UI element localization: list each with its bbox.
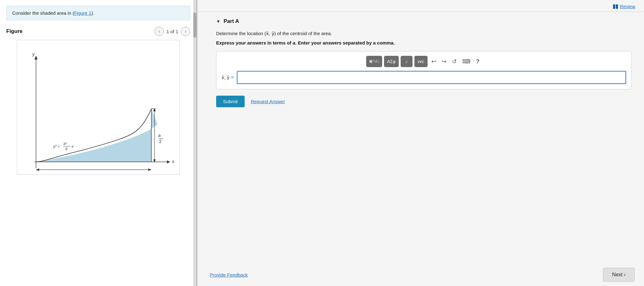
redo-icon: ↪ — [442, 58, 446, 65]
review-icon — [613, 4, 618, 9]
keyboard-icon: ⌨ — [462, 58, 470, 65]
symbol-label: ΑΣφ — [387, 59, 396, 64]
help-button[interactable]: ? — [474, 56, 481, 67]
instruction-text: Express your answers in terms of a. Ente… — [216, 40, 631, 45]
dim-arrow-left — [36, 168, 39, 171]
next-button[interactable]: Next › — [603, 268, 635, 282]
submit-button[interactable]: Submit — [216, 96, 245, 107]
request-answer-link[interactable]: Request Answer — [251, 99, 285, 104]
equation-label: y³ = — [53, 144, 60, 149]
y-arrow — [34, 56, 37, 60]
refresh-button[interactable]: ↺ — [450, 56, 459, 67]
scrollbar-thumb[interactable] — [193, 13, 196, 38]
a-label: a — [90, 172, 92, 174]
review-label: Review — [620, 4, 635, 9]
vec-label: vec — [418, 59, 424, 64]
problem-statement: Consider the shaded area in (Figure 1). — [6, 6, 190, 20]
a2-denom: 2 — [159, 139, 162, 144]
arrow-label: ↕ — [406, 59, 408, 64]
answer-input[interactable] — [237, 71, 626, 84]
eq-numerator: a² — [63, 141, 67, 146]
prev-figure-button[interactable]: ‹ — [154, 27, 164, 36]
left-panel: Consider the shaded area in (Figure 1). … — [0, 0, 197, 286]
input-row: x̄, ȳ = — [221, 71, 626, 84]
arrow-button[interactable]: ↕ — [401, 56, 413, 67]
help-icon: ? — [476, 58, 480, 65]
scrollbar-track[interactable] — [193, 0, 196, 286]
refresh-icon: ↺ — [452, 58, 457, 65]
matrix-button[interactable]: ⁵√□ — [366, 56, 382, 67]
graph-svg: x y a 2 a y³ = a² 8 x — [17, 40, 179, 174]
x-bar: x̄ — [266, 31, 269, 36]
action-row: Submit Request Answer — [216, 96, 631, 107]
undo-icon: ↩ — [431, 58, 436, 65]
symbol-button[interactable]: ΑΣφ — [384, 56, 399, 67]
undo-button[interactable]: ↩ — [429, 56, 438, 67]
x-arrow — [167, 160, 170, 163]
redo-button[interactable]: ↪ — [440, 56, 448, 67]
keyboard-button[interactable]: ⌨ — [460, 56, 472, 67]
math-toolbar: ⁵√□ ΑΣφ ↕ vec ↩ ↪ ↺ — [221, 56, 626, 67]
part-collapse-icon[interactable]: ▼ — [216, 19, 221, 24]
figure-link[interactable]: Figure 1 — [74, 10, 91, 16]
review-link[interactable]: Review — [613, 4, 635, 9]
dim-arrow-right — [148, 168, 151, 171]
next-label: Next › — [612, 272, 626, 278]
part-title: Part A — [224, 18, 239, 24]
x-axis-label: x — [171, 159, 174, 164]
y-axis-label: y — [32, 51, 35, 57]
figure-section: Figure ‹ 1 of 1 › — [0, 20, 196, 286]
problem-text-after: ). — [91, 10, 94, 16]
review-bar: Review — [197, 0, 644, 12]
input-label: x̄, ȳ = — [221, 75, 234, 80]
figure-count: 1 of 1 — [166, 29, 178, 34]
right-panel: Review ▼ Part A Determine the location (… — [197, 0, 644, 286]
part-header: ▼ Part A — [216, 18, 631, 24]
content-area: ▼ Part A Determine the location (x̄, ȳ) … — [197, 12, 644, 263]
answer-box: ⁵√□ ΑΣφ ↕ vec ↩ ↪ ↺ — [216, 51, 631, 89]
figure-nav: ‹ 1 of 1 › — [154, 27, 190, 36]
question-text: Determine the location (x̄, ȳ) of the ce… — [216, 31, 631, 36]
bottom-bar: Provide Feedback Next › — [197, 263, 644, 286]
problem-text-before: Consider the shaded area in ( — [12, 10, 74, 16]
eq-x: x — [71, 144, 74, 149]
graph-container: x y a 2 a y³ = a² 8 x — [17, 40, 180, 175]
figure-header: Figure ‹ 1 of 1 › — [6, 27, 190, 36]
a2-label: a — [158, 133, 161, 138]
provide-feedback-link[interactable]: Provide Feedback — [210, 272, 248, 278]
eq-denominator: 8 — [65, 147, 67, 151]
y-bar: ȳ — [272, 31, 274, 36]
next-figure-button[interactable]: › — [181, 27, 190, 36]
vec-button[interactable]: vec — [414, 56, 428, 67]
figure-title: Figure — [6, 28, 154, 34]
shaded-area — [36, 109, 157, 162]
